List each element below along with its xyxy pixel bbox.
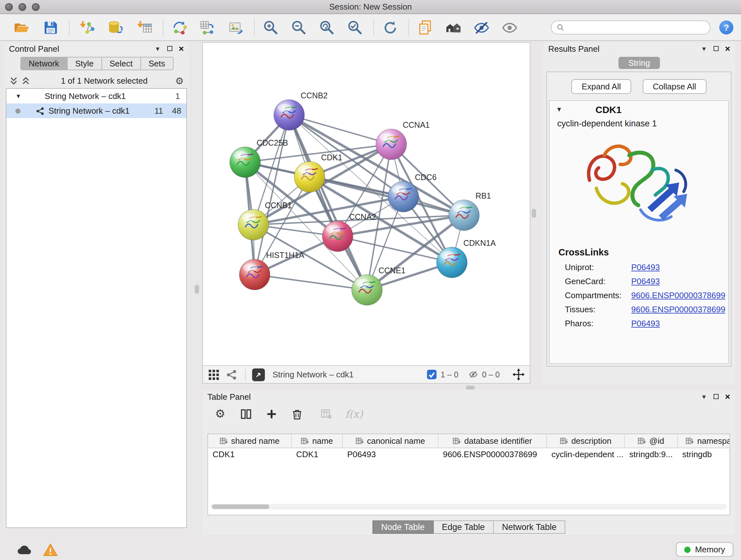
uniprot-link[interactable]: P06493: [631, 262, 660, 272]
close-window-button[interactable]: [5, 3, 13, 11]
zoom-fit-button[interactable]: [317, 18, 336, 37]
tissues-link[interactable]: 9606.ENSP00000378699: [631, 304, 725, 314]
gene-section: ▾ CDK1 cyclin-dependent kinase 1: [549, 100, 729, 364]
column-icon: [453, 437, 461, 445]
pharos-link[interactable]: P06493: [631, 318, 660, 328]
panel-menu-icon[interactable]: ▾: [702, 44, 706, 53]
node-label: HIST1H1A: [266, 251, 305, 260]
float-panel-icon[interactable]: [167, 46, 172, 51]
show-panels-button[interactable]: [500, 18, 519, 37]
network-overview-icon[interactable]: [226, 369, 238, 380]
network-collection-row[interactable]: ▾ String Network – cdk1 1: [6, 89, 186, 104]
minimize-window-button[interactable]: [18, 3, 26, 11]
tab-node-table[interactable]: Node Table: [372, 520, 433, 534]
genecard-link[interactable]: P06493: [631, 276, 660, 286]
network-node[interactable]: CDK1: [294, 153, 342, 192]
hide-panels-button[interactable]: [472, 18, 491, 37]
table-settings-gear-icon[interactable]: ⚙: [214, 408, 226, 420]
gene-name: CDK1: [596, 104, 622, 115]
zoom-selected-button[interactable]: [345, 18, 364, 37]
tab-string[interactable]: String: [618, 57, 660, 69]
tab-select[interactable]: Select: [102, 57, 141, 70]
fit-content-icon[interactable]: [513, 368, 525, 381]
scrollbar-thumb[interactable]: [212, 504, 269, 509]
tab-network-table[interactable]: Network Table: [494, 520, 565, 534]
column-header[interactable]: shared name: [208, 434, 292, 448]
float-panel-icon[interactable]: [714, 46, 719, 51]
import-network-from-file-button[interactable]: [77, 18, 96, 37]
tab-style[interactable]: Style: [67, 57, 102, 70]
zoom-out-button[interactable]: [289, 18, 308, 37]
hidden-eye-slash-icon[interactable]: [468, 370, 478, 379]
warning-icon[interactable]: [42, 543, 59, 557]
open-session-button[interactable]: [11, 18, 30, 37]
zoom-window-button[interactable]: [32, 3, 40, 11]
refresh-view-button[interactable]: [381, 18, 400, 37]
delete-columns-icon[interactable]: [290, 408, 303, 420]
close-panel-icon[interactable]: ×: [725, 392, 730, 401]
expand-all-button[interactable]: Expand All: [571, 79, 631, 94]
duplicate-button[interactable]: [415, 18, 434, 37]
tab-network[interactable]: Network: [20, 57, 67, 70]
birdseye-view-icon[interactable]: [252, 368, 265, 381]
network-node[interactable]: CDKN1A: [436, 239, 496, 278]
import-table-from-file-button[interactable]: [135, 18, 154, 37]
splitter-handle[interactable]: [466, 386, 475, 389]
column-header[interactable]: description: [547, 434, 625, 448]
search-input[interactable]: [567, 22, 704, 33]
float-panel-icon[interactable]: [714, 394, 719, 399]
network-edge[interactable]: [289, 115, 391, 144]
section-expander-icon[interactable]: ▾: [557, 105, 561, 114]
splitter-handle[interactable]: [195, 285, 199, 294]
export-image-button[interactable]: [226, 18, 245, 37]
selected-checkbox-icon[interactable]: [427, 370, 437, 379]
network-edge[interactable]: [255, 274, 367, 290]
node-label: CCNB2: [300, 91, 328, 100]
column-header[interactable]: canonical name: [343, 434, 439, 448]
tab-sets[interactable]: Sets: [141, 57, 173, 70]
collapse-all-button[interactable]: Collapse All: [643, 79, 706, 94]
zoom-in-button[interactable]: [261, 18, 280, 37]
column-header[interactable]: name: [292, 434, 343, 448]
new-network-from-selection-button[interactable]: [170, 18, 189, 37]
network-row-selected[interactable]: String Network – cdk1 11 48: [6, 104, 186, 118]
panel-menu-icon[interactable]: ▾: [702, 392, 706, 401]
network-node[interactable]: HIST1H1A: [239, 251, 305, 290]
column-header[interactable]: database identifier: [439, 434, 547, 448]
results-panel-title: Results Panel: [548, 44, 599, 53]
gene-section-header[interactable]: ▾ CDK1: [549, 101, 728, 118]
splitter-handle[interactable]: [532, 209, 536, 218]
network-node[interactable]: RB1: [449, 191, 491, 231]
collapse-all-icon[interactable]: [9, 76, 18, 85]
horizontal-scrollbar[interactable]: [211, 504, 727, 509]
network-canvas[interactable]: CCNB2CCNA1CDC25BCDK1CDC6RB1CCNB1CCNA2CDK…: [203, 43, 530, 364]
close-panel-icon[interactable]: ×: [725, 44, 730, 53]
collection-label: String Network – cdk1: [45, 91, 126, 101]
tab-edge-table[interactable]: Edge Table: [433, 520, 494, 534]
create-column-icon[interactable]: [265, 408, 278, 420]
tree-expander-icon[interactable]: ▾: [17, 92, 25, 100]
help-button[interactable]: ?: [719, 20, 733, 35]
network-node[interactable]: CCNB1: [238, 201, 292, 240]
home-button[interactable]: [444, 18, 463, 37]
expand-all-icon[interactable]: [21, 76, 30, 85]
import-network-from-database-button[interactable]: [105, 18, 125, 37]
panel-menu-icon[interactable]: ▾: [156, 44, 159, 53]
close-panel-icon[interactable]: ×: [179, 44, 184, 53]
memory-button[interactable]: Memory: [676, 542, 733, 557]
compartments-link[interactable]: 9606.ENSP00000378699: [631, 290, 725, 300]
table-row[interactable]: CDK1 CDK1 P06493 9606.ENSP00000378699 cy…: [208, 448, 730, 462]
network-node[interactable]: CCNA1: [376, 120, 430, 160]
new-network-from-table-button[interactable]: [198, 18, 217, 37]
save-session-button[interactable]: [41, 18, 60, 37]
column-header[interactable]: @id: [625, 434, 678, 448]
network-edge[interactable]: [289, 115, 367, 290]
window-title: Session: New Session: [329, 2, 412, 11]
gear-icon[interactable]: ⚙: [175, 76, 184, 85]
grid-icon[interactable]: [208, 369, 219, 380]
cloud-icon[interactable]: [17, 543, 33, 557]
results-panel-header: Results Panel ▾ ×: [543, 42, 735, 55]
column-header[interactable]: namespace: [678, 434, 730, 448]
network-tree: ▾ String Network – cdk1 1 String Network…: [6, 88, 187, 528]
select-columns-icon[interactable]: [239, 408, 252, 420]
